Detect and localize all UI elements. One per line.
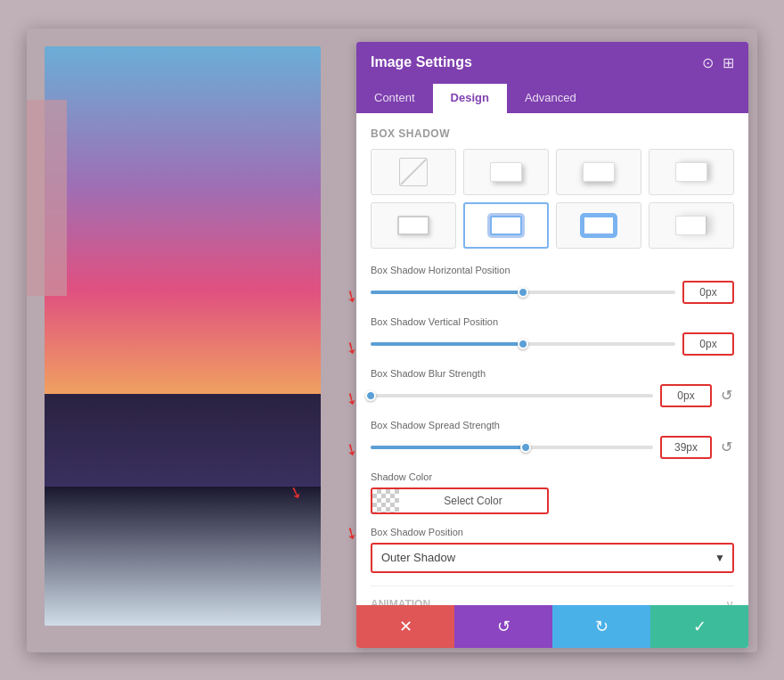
tab-design[interactable]: Design [433, 84, 507, 113]
outer-wrapper: Image Settings ⊙ ⊞ Content Design Advanc… [27, 29, 757, 652]
panel-body: Box Shadow [356, 113, 748, 605]
spread-label: Box Shadow Spread Strength [371, 420, 734, 430]
animation-chevron-icon: ∨ [725, 597, 734, 605]
blur-track[interactable] [371, 394, 653, 397]
animation-section: Animation ∨ [371, 586, 734, 605]
spread-input[interactable] [660, 436, 712, 459]
vertical-input[interactable] [682, 332, 734, 356]
layout-icon[interactable]: ⊞ [723, 54, 734, 71]
shadow-option-1[interactable] [463, 149, 549, 195]
panel-title: Image Settings [371, 54, 472, 70]
animation-header[interactable]: Animation ∨ [371, 597, 734, 605]
tab-content[interactable]: Content [356, 84, 433, 113]
vertical-label: Box Shadow Vertical Position [371, 316, 734, 327]
panel-header: Image Settings ⊙ ⊞ [356, 42, 748, 84]
spread-reset-button[interactable]: ↺ [719, 437, 734, 457]
background-image [45, 46, 321, 626]
blur-reset-button[interactable]: ↺ [719, 385, 734, 406]
horizontal-label: Box Shadow Horizontal Position [371, 265, 734, 275]
redo-button[interactable]: ↻ [552, 605, 650, 648]
vertical-control [371, 332, 734, 356]
panel-footer: ✕ ↺ ↻ ✓ [356, 605, 748, 648]
tab-advanced[interactable]: Advanced [507, 84, 594, 113]
horizontal-track[interactable] [371, 291, 675, 294]
shadow-option-none[interactable] [371, 149, 456, 195]
spread-track[interactable] [371, 446, 653, 449]
shadow-position-select[interactable]: Outer Shadow Inner Shadow [371, 543, 734, 573]
blur-strength-row: Box Shadow Blur Strength ↺ [371, 368, 734, 407]
shadow-position-row: Box Shadow Position Outer Shadow Inner S… [371, 527, 734, 573]
animation-title: Animation [371, 598, 430, 605]
shadow-option-2[interactable] [556, 149, 641, 195]
horizontal-input[interactable] [682, 281, 734, 304]
shadow-position-label: Box Shadow Position [371, 527, 734, 537]
blur-label: Box Shadow Blur Strength [371, 368, 734, 379]
reset-button[interactable]: ↺ [454, 605, 552, 648]
shadow-option-7[interactable] [649, 202, 734, 249]
shadow-option-6[interactable] [556, 202, 641, 249]
box-shadow-section-title: Box Shadow [371, 127, 734, 140]
cancel-button[interactable]: ✕ [356, 605, 454, 648]
tabs: Content Design Advanced [356, 84, 748, 113]
shadow-option-5[interactable] [463, 202, 549, 249]
shadow-position-dropdown-wrapper: Outer Shadow Inner Shadow ▼ [371, 543, 734, 573]
blur-input[interactable] [660, 384, 712, 407]
shadow-color-label: Shadow Color [371, 471, 734, 482]
vertical-position-row: Box Shadow Vertical Position [371, 316, 734, 356]
image-settings-panel: Image Settings ⊙ ⊞ Content Design Advanc… [356, 42, 748, 648]
pink-overlay-left [27, 100, 67, 296]
horizontal-control [371, 281, 734, 304]
vertical-track[interactable] [371, 342, 675, 346]
shadow-style-grid [371, 149, 734, 249]
blur-control: ↺ [371, 384, 734, 407]
color-picker-button[interactable]: Select Color [371, 487, 549, 514]
panel-header-icons: ⊙ ⊞ [702, 54, 734, 71]
color-picker-label: Select Color [399, 495, 547, 507]
save-button[interactable]: ✓ [650, 605, 748, 648]
shadow-option-4[interactable] [371, 202, 456, 249]
spread-strength-row: Box Shadow Spread Strength ↺ [371, 420, 734, 459]
shadow-color-row: Shadow Color Select Color [371, 471, 734, 514]
settings-icon[interactable]: ⊙ [702, 54, 714, 71]
shadow-option-3[interactable] [649, 149, 734, 195]
horizontal-position-row: Box Shadow Horizontal Position [371, 265, 734, 304]
color-swatch [372, 489, 399, 512]
spread-control: ↺ [371, 436, 734, 459]
